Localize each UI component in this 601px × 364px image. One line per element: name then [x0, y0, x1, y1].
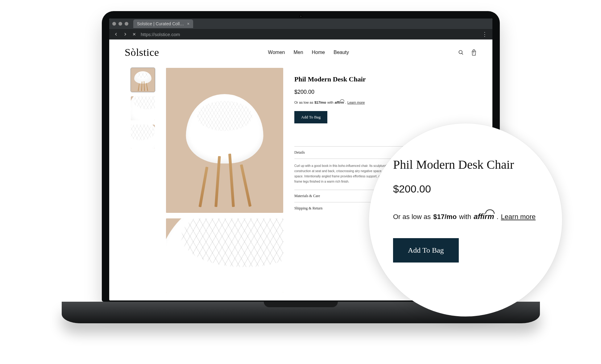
affirm-learn-more-link[interactable]: Learn more	[347, 101, 365, 104]
callout-affirm-line: Or as low as $17/mo with affirm . Learn …	[393, 210, 542, 221]
affirm-amount: $17/mo	[314, 101, 326, 104]
window-controls[interactable]	[112, 22, 128, 26]
browser-tab[interactable]: Solstice | Curated Coll… ×	[133, 19, 193, 28]
callout-affirm-with: with	[459, 213, 471, 221]
callout-affirm-amount: $17/mo	[433, 213, 457, 221]
tab-close-icon[interactable]: ×	[187, 21, 189, 26]
thumbnail-list	[131, 68, 155, 292]
nav-men[interactable]: Men	[293, 50, 303, 55]
callout-add-to-bag-button[interactable]: Add To Bag	[393, 238, 459, 263]
affirm-prefix: Or as low as	[294, 101, 313, 104]
window-maximize-dot[interactable]	[125, 22, 128, 26]
product-image-secondary[interactable]	[166, 218, 283, 292]
callout-affirm-logo-icon: affirm	[474, 210, 494, 221]
nav-women[interactable]: Women	[268, 50, 285, 55]
product-title: Phil Modern Desk Chair	[294, 75, 430, 83]
main-nav: Women Men Home Beauty	[268, 50, 349, 55]
browser-address-bar: https://solstice.com ⋮	[109, 29, 492, 39]
brand-logo[interactable]: Sòlstice	[125, 47, 159, 58]
thumbnail-3[interactable]	[131, 125, 155, 149]
product-gallery	[166, 68, 283, 292]
nav-home[interactable]: Home	[312, 50, 325, 55]
url-text[interactable]: https://solstice.com	[141, 32, 180, 37]
nav-stop-icon[interactable]	[132, 32, 136, 36]
callout-title: Phil Modern Desk Chair	[393, 157, 542, 172]
zoom-callout: Phil Modern Desk Chair $200.00 Or as low…	[369, 123, 562, 316]
svg-point-0	[459, 50, 462, 54]
affirm-promo-line: Or as low as $17/mo with affirm . Learn …	[294, 100, 430, 104]
callout-price: $200.00	[393, 183, 542, 195]
window-close-dot[interactable]	[112, 22, 116, 26]
browser-menu-icon[interactable]: ⋮	[482, 31, 488, 38]
bag-count: 0	[471, 51, 476, 54]
window-minimize-dot[interactable]	[118, 22, 122, 26]
shopping-bag-icon[interactable]: 0	[471, 49, 477, 56]
affirm-with: with	[327, 101, 334, 104]
product-image-main[interactable]	[166, 68, 283, 213]
browser-titlebar: Solstice | Curated Coll… ×	[109, 19, 492, 29]
site-header: Sòlstice Women Men Home Beauty	[109, 39, 492, 65]
affirm-logo-icon: affirm	[335, 100, 344, 104]
product-price: $200.00	[294, 89, 430, 95]
nav-back-icon[interactable]	[114, 32, 118, 37]
callout-learn-more-link[interactable]: Learn more	[501, 213, 536, 221]
search-icon[interactable]	[458, 49, 464, 56]
thumbnail-1[interactable]	[131, 68, 155, 92]
add-to-bag-button[interactable]: Add To Bag	[294, 111, 327, 123]
tab-title: Solstice | Curated Coll…	[137, 21, 184, 26]
callout-affirm-prefix: Or as low as	[393, 213, 431, 221]
thumbnail-2[interactable]	[131, 96, 155, 120]
nav-forward-icon[interactable]	[123, 32, 128, 37]
nav-beauty[interactable]: Beauty	[334, 50, 349, 55]
camera-dot	[299, 15, 302, 18]
